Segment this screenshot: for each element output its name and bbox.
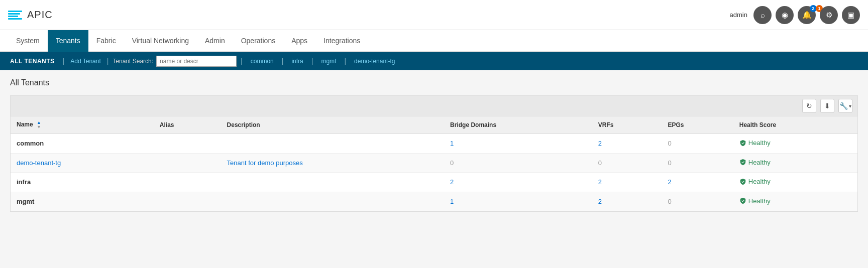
wrench-icon: 🔧 (839, 102, 848, 110)
nav-item-tenants[interactable]: Tenants (48, 30, 88, 52)
row-epg-common: 0 (662, 134, 733, 154)
nav-bar: System Tenants Fabric Virtual Networking… (0, 30, 868, 52)
row-bd-mgmt: 1 (444, 192, 592, 211)
row-alias-mgmt (154, 192, 221, 211)
quick-link-common[interactable]: common (247, 58, 278, 65)
header: APIC admin ⌕ ◉ 🔔 2 1 ⚙ ▣ (0, 0, 868, 30)
table-row: infra 2 2 2 Healthy (11, 173, 857, 192)
header-right: admin ⌕ ◉ 🔔 2 1 ⚙ ▣ (730, 6, 860, 24)
table-body: common 1 2 0 Healthy (11, 134, 857, 211)
row-health-mgmt: Healthy (733, 192, 857, 211)
quick-link-demo-tenant[interactable]: demo-tenant-tg (350, 58, 399, 65)
tools-button[interactable]: 🔧 ▾ (838, 99, 852, 113)
row-epg-mgmt: 0 (662, 192, 733, 211)
gear-icon-btn[interactable]: ⚙ (820, 6, 838, 24)
row-desc-demo: Tenant for demo purposes (221, 153, 444, 173)
chevron-down-icon: ▾ (849, 103, 851, 109)
quick-link-mgmt[interactable]: mgmt (317, 58, 340, 65)
row-epg-demo: 0 (662, 153, 733, 173)
nav-item-operations[interactable]: Operations (233, 30, 283, 52)
sep-2: | (107, 57, 109, 65)
name-sort-arrows: ▲ ▼ (37, 120, 41, 129)
nav-item-virtual-networking[interactable]: Virtual Networking (124, 30, 197, 52)
row-health-demo: Healthy (733, 153, 857, 173)
search-label: Tenant Search: (113, 58, 153, 65)
sep-4: | (282, 57, 284, 65)
tenants-table: Name ▲ ▼ Alias Description Bridge Domain… (11, 116, 857, 211)
search-icon-btn[interactable]: ⌕ (753, 6, 772, 24)
row-name-mgmt[interactable]: mgmt (11, 192, 154, 211)
app-title: APIC (27, 9, 53, 21)
table-card: ↻ ⬇ 🔧 ▾ Name ▲ ▼ (10, 95, 858, 212)
row-bd-demo: 0 (444, 153, 592, 173)
nav-item-system[interactable]: System (8, 30, 48, 52)
nav-item-admin[interactable]: Admin (197, 30, 233, 52)
shield-icon-demo (739, 159, 746, 166)
nav-item-apps[interactable]: Apps (283, 30, 315, 52)
row-vrf-common: 2 (592, 134, 662, 154)
camera-icon-btn[interactable]: ◉ (776, 6, 794, 24)
health-badge-mgmt: Healthy (739, 197, 771, 205)
sep-5: | (311, 57, 313, 65)
refresh-button[interactable]: ↻ (802, 99, 816, 113)
col-health-score: Health Score (733, 116, 857, 134)
row-desc-mgmt (221, 192, 444, 211)
col-name[interactable]: Name ▲ ▼ (11, 116, 154, 134)
nav-label-apps: Apps (291, 37, 307, 45)
nav-label-virtual-networking: Virtual Networking (132, 37, 189, 45)
quick-link-infra[interactable]: infra (287, 58, 307, 65)
col-bridge-domains: Bridge Domains (444, 116, 592, 134)
col-epgs: EPGs (662, 116, 733, 134)
nav-label-integrations: Integrations (323, 37, 360, 45)
nav-label-tenants: Tenants (56, 37, 80, 45)
all-tenants-link[interactable]: ALL TENANTS (6, 58, 59, 65)
row-alias-demo (154, 153, 221, 173)
header-row: Name ▲ ▼ Alias Description Bridge Domain… (11, 116, 857, 134)
search-icon: ⌕ (761, 11, 765, 19)
row-name-common[interactable]: common (11, 134, 154, 154)
shield-icon-infra (739, 178, 746, 185)
sep-3: | (241, 57, 243, 65)
row-name-infra[interactable]: infra (11, 173, 154, 192)
admin-label: admin (730, 11, 747, 19)
row-name-demo[interactable]: demo-tenant-tg (11, 153, 154, 173)
nav-label-fabric: Fabric (96, 37, 116, 45)
add-tenant-button[interactable]: Add Tenant (68, 58, 103, 65)
sep-6: | (344, 57, 346, 65)
cisco-bars (8, 11, 22, 20)
table-row: common 1 2 0 Healthy (11, 134, 857, 154)
table-header: Name ▲ ▼ Alias Description Bridge Domain… (11, 116, 857, 134)
cisco-bar-2 (8, 13, 20, 15)
row-alias-infra (154, 173, 221, 192)
row-health-infra: Healthy (733, 173, 857, 192)
user-icon-btn[interactable]: ▣ (842, 6, 860, 24)
download-button[interactable]: ⬇ (820, 99, 834, 113)
col-alias: Alias (154, 116, 221, 134)
row-bd-common: 1 (444, 134, 592, 154)
cisco-bar-3 (8, 16, 18, 17)
cisco-bar-4 (8, 18, 22, 20)
health-badge-demo: Healthy (739, 159, 771, 166)
col-description: Description (221, 116, 444, 134)
table-row: demo-tenant-tg Tenant for demo purposes … (11, 153, 857, 173)
nav-label-operations: Operations (241, 37, 275, 45)
gear-icon: ⚙ (826, 11, 832, 20)
row-health-common: Healthy (733, 134, 857, 154)
table-row: mgmt 1 2 0 Healthy (11, 192, 857, 211)
shield-icon-mgmt (739, 197, 746, 204)
row-alias-common (154, 134, 221, 154)
nav-item-fabric[interactable]: Fabric (88, 30, 124, 52)
refresh-icon: ↻ (806, 102, 812, 110)
nav-item-integrations[interactable]: Integrations (315, 30, 368, 52)
health-badge-infra: Healthy (739, 178, 771, 185)
col-vrfs: VRFs (592, 116, 662, 134)
row-desc-infra (221, 173, 444, 192)
content-area: All Tenants ↻ ⬇ 🔧 ▾ Name ▲ (0, 70, 868, 268)
camera-icon: ◉ (782, 11, 788, 20)
health-badge-common: Healthy (739, 139, 771, 147)
cisco-bar-1 (8, 11, 22, 12)
tenant-search-input[interactable] (156, 56, 237, 67)
cisco-logo (8, 11, 22, 20)
row-desc-common (221, 134, 444, 154)
bell-icon-btn[interactable]: 🔔 2 1 (798, 6, 816, 24)
